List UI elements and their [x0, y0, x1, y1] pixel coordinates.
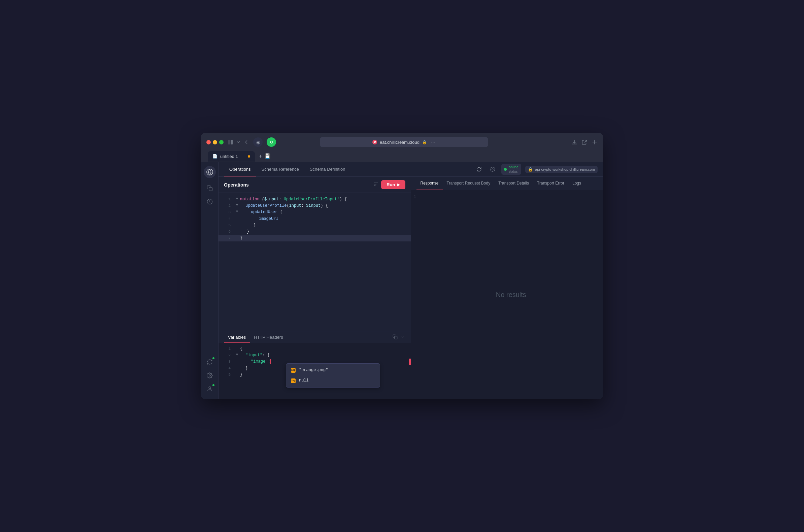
browser-titlebar: ◉ ↻ 🌶 eat.chillicream.cloud 🔒 ···: [206, 137, 598, 147]
sidebar-item-history[interactable]: [204, 196, 216, 208]
collapse-icon[interactable]: ▼: [236, 352, 238, 358]
status-label: status: [509, 170, 518, 173]
variables-editor[interactable]: 1 ▼ { 2 ▼ "input": { 3 ▼: [218, 343, 411, 399]
code-content: {: [240, 346, 405, 352]
save-icon[interactable]: 💾: [265, 153, 270, 159]
line-num: 4: [224, 365, 231, 372]
operations-panel-header: Operations Run ▶: [218, 177, 411, 193]
refresh-icon[interactable]: ↻: [267, 137, 276, 147]
tab-logs[interactable]: Logs: [568, 177, 585, 190]
sidebar-toggle-icon[interactable]: [228, 139, 233, 145]
address-menu-icon[interactable]: ···: [431, 139, 435, 145]
new-tab-icon[interactable]: [592, 139, 598, 145]
browser-actions: [571, 139, 598, 145]
code-line: 3 ▼ updatedUser {: [218, 209, 411, 215]
line-num: 3: [224, 209, 231, 215]
format-icon[interactable]: [373, 182, 379, 188]
no-results-text: No results: [496, 291, 526, 299]
autocomplete-item-icon: img: [291, 368, 295, 373]
response-tabs: Response Transport Request Body Transpor…: [411, 177, 603, 190]
copy-icon[interactable]: [393, 334, 398, 341]
sidebar-item-sync[interactable]: [204, 356, 216, 368]
tab-transport-error[interactable]: Transport Error: [533, 177, 568, 190]
code-content: }: [240, 229, 405, 235]
sidebar-item-copy[interactable]: [204, 182, 216, 194]
nav-right: online status 🔒 api-crypto-workshop.chil…: [474, 164, 598, 174]
svg-point-6: [209, 386, 211, 388]
collapse-icon[interactable]: ▼: [236, 203, 238, 208]
code-line: 1 ▼ mutation ($input: UpdateUserProfileI…: [218, 196, 411, 203]
svg-rect-1: [231, 140, 233, 145]
main-content: Operations Schema Reference Schema Defin…: [218, 162, 603, 399]
code-editor[interactable]: 1 ▼ mutation ($input: UpdateUserProfileI…: [218, 193, 411, 332]
line-num: 2: [224, 352, 231, 359]
autocomplete-dropdown[interactable]: img "orange.png" img null: [286, 363, 380, 387]
new-tab-plus-icon[interactable]: +: [259, 153, 262, 159]
tab-operations[interactable]: Operations: [224, 163, 256, 176]
code-content: mutation ($input: UpdateUserProfileInput…: [240, 196, 405, 203]
tab-schema-definition[interactable]: Schema Definition: [304, 163, 351, 176]
code-content: updatedUser {: [240, 209, 405, 215]
sync-badge: [212, 357, 215, 360]
autocomplete-item-null[interactable]: img null: [286, 376, 380, 386]
tab-transport-details[interactable]: Transport Details: [494, 177, 533, 190]
code-line: 6 ▼ }: [218, 229, 411, 235]
var-line: 1 ▼ {: [218, 346, 411, 352]
shield-icon: ◉: [253, 137, 263, 147]
lock-icon: 🔒: [422, 140, 427, 145]
right-panel: Response Transport Request Body Transpor…: [411, 177, 603, 399]
run-button[interactable]: Run ▶: [381, 180, 405, 189]
browser-tab[interactable]: 📄 untitled 1: [208, 151, 255, 162]
error-indicator: [409, 359, 411, 365]
endpoint-url: api-crypto-workshop.chillicream.com: [535, 167, 595, 171]
response-body: 1 No results: [411, 190, 603, 399]
chevron-down-icon[interactable]: [236, 139, 241, 145]
response-empty-state: No results: [419, 190, 603, 399]
doc-icon: 📄: [212, 154, 217, 158]
minimize-button[interactable]: [213, 140, 217, 145]
autocomplete-item-orange[interactable]: img "orange.png": [286, 365, 380, 376]
download-icon[interactable]: [571, 139, 577, 145]
tab-transport-request-body[interactable]: Transport Request Body: [443, 177, 495, 190]
tab-bar: 📄 untitled 1 + 💾: [206, 151, 598, 162]
panel-actions: Run ▶: [373, 180, 405, 189]
svg-point-7: [492, 169, 493, 170]
tab-response[interactable]: Response: [417, 177, 443, 190]
close-button[interactable]: [206, 140, 211, 145]
line-num: 3: [224, 359, 231, 365]
autocomplete-item-icon: img: [291, 378, 295, 383]
operations-panel: Operations Run ▶: [218, 177, 411, 332]
line-num: 5: [224, 222, 231, 229]
code-content: updateUserProfile(input: $input) {: [240, 203, 405, 209]
collapse-icon[interactable]: ▼: [236, 209, 238, 214]
line-num: 4: [224, 216, 231, 222]
site-favicon: 🌶: [372, 140, 377, 145]
share-icon[interactable]: [581, 139, 588, 145]
refresh-button[interactable]: [474, 165, 484, 174]
app-layout: Operations Schema Reference Schema Defin…: [201, 162, 603, 399]
account-badge: [212, 383, 215, 387]
endpoint-badge: 🔒 api-crypto-workshop.chillicream.com: [525, 166, 598, 173]
code-line: 5 ▼ }: [218, 222, 411, 229]
autocomplete-item-label: null: [299, 377, 309, 384]
status-badge: online status: [501, 164, 521, 174]
back-icon[interactable]: [244, 139, 249, 145]
sidebar-item-account[interactable]: [204, 383, 216, 395]
nav-tabs: Operations Schema Reference Schema Defin…: [224, 163, 350, 176]
var-line: 2 ▼ "input": {: [218, 352, 411, 359]
play-icon: ▶: [397, 183, 400, 187]
collapse-icon[interactable]: ▼: [236, 196, 238, 202]
variables-panel: Variables HTTP Headers: [218, 332, 411, 399]
settings-button[interactable]: [488, 165, 497, 174]
code-content: }: [240, 222, 405, 229]
tab-variables[interactable]: Variables: [224, 332, 250, 343]
sidebar-item-settings[interactable]: [204, 369, 216, 381]
tab-http-headers[interactable]: HTTP Headers: [250, 332, 287, 343]
line-num: 2: [224, 203, 231, 209]
tab-schema-reference[interactable]: Schema Reference: [256, 163, 304, 176]
address-bar[interactable]: 🌶 eat.chillicream.cloud 🔒 ···: [320, 137, 488, 147]
run-label: Run: [386, 182, 395, 187]
autocomplete-item-label: "orange.png": [299, 367, 328, 374]
maximize-button[interactable]: [219, 140, 224, 145]
collapse-panel-icon[interactable]: [400, 334, 405, 341]
